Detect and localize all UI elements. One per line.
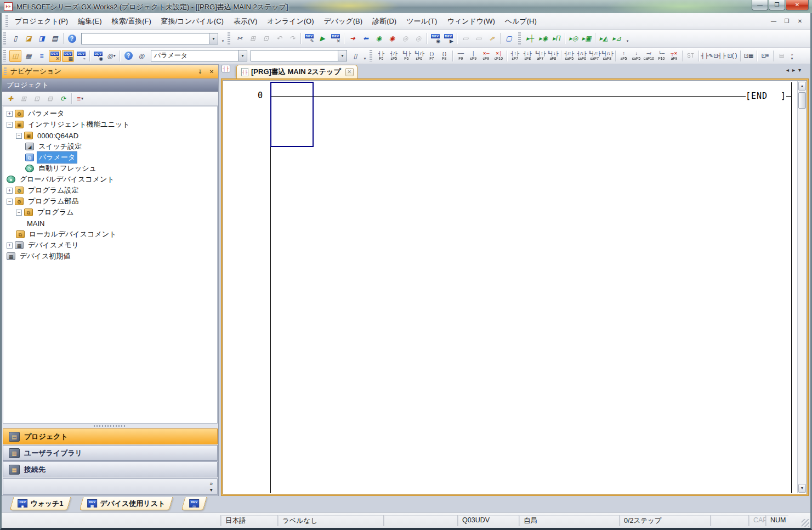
mdi-close-icon[interactable]: ✕ xyxy=(794,16,806,26)
tree-item[interactable]: − ▣ 0000:Q64AD xyxy=(3,130,217,141)
window-tile-button[interactable]: ▭ xyxy=(473,32,485,44)
tree-expander-icon[interactable]: − xyxy=(7,122,13,128)
tree-expander-icon[interactable]: + xyxy=(7,188,13,194)
scrollbar-thumb[interactable] xyxy=(798,92,806,109)
fkey-falling-pulse-branch-button[interactable]: ╙┤↓├ aF8 xyxy=(547,49,559,63)
tree-item[interactable]: − ⧉ プログラム xyxy=(3,207,217,218)
nav-paste-button[interactable]: ⊡ xyxy=(31,93,43,105)
toolbar-overflow-button[interactable]: ▾ xyxy=(362,50,368,62)
menu-item[interactable]: 検索/置換(F) xyxy=(107,14,156,29)
print-button[interactable]: ▤ xyxy=(49,32,61,44)
menu-item[interactable]: 変換/コンパイル(C) xyxy=(156,14,229,29)
statement-list-button[interactable]: ⊡▦ xyxy=(743,49,755,63)
fkey-delete-horizontal-line-button[interactable]: ✕─ cF9 xyxy=(480,49,492,63)
help-circle-button[interactable]: ? xyxy=(122,50,134,62)
help-button[interactable]: ? xyxy=(66,32,78,44)
toolbar-overflow-button[interactable]: ▾ xyxy=(624,32,631,44)
fkey-coil-button[interactable]: ( ) F7 xyxy=(426,49,438,63)
find-button[interactable]: ◎ xyxy=(135,50,147,62)
sampling-trace-button[interactable]: ▸П xyxy=(550,32,563,44)
new-project-button[interactable]: ▯ xyxy=(9,32,21,44)
tree-expander-icon[interactable]: − xyxy=(16,210,22,216)
nav-paste-data-button[interactable]: ⊟ xyxy=(44,93,56,105)
fkey-falling-pulse-close-button[interactable]: ┤/↓├ saF6 xyxy=(576,49,588,63)
toolbar-overflow-button[interactable]: ▾ xyxy=(220,32,226,44)
tree-item[interactable]: ⧉ ローカルデバイスコメント xyxy=(3,229,217,240)
watch-window-button[interactable]: ▸◎ xyxy=(567,32,580,44)
device-comment-edit-button[interactable]: ┤├✎ xyxy=(701,49,713,63)
menu-item[interactable]: デバッグ(B) xyxy=(319,14,368,29)
fkey-horizontal-line-button[interactable]: ── F9 xyxy=(455,49,467,63)
watch-register-button[interactable]: ◉ xyxy=(429,32,441,44)
menu-item[interactable]: 編集(E) xyxy=(73,14,106,29)
fkey-open-contact-button[interactable]: ┤├ F5 xyxy=(376,49,388,63)
paste-button[interactable]: ⊡ xyxy=(260,32,272,44)
menu-item[interactable]: オンライン(O) xyxy=(262,14,319,29)
device-use-list-tab[interactable]: DEV▦デバイス使用リスト xyxy=(80,497,173,510)
panel-close-icon[interactable]: ✕ xyxy=(207,67,217,76)
switcher-overflow-button[interactable]: » ▾ xyxy=(209,481,213,493)
undo-button[interactable]: ↶ xyxy=(273,32,285,44)
menu-item[interactable]: 表示(V) xyxy=(229,14,262,29)
scroll-up-icon[interactable]: ▲ xyxy=(798,82,806,91)
menu-item[interactable]: ツール(T) xyxy=(401,14,442,29)
save-project-button[interactable]: ◨ xyxy=(36,32,48,44)
fkey-rising-pulse-close-button[interactable]: ┤/↑├ saF5 xyxy=(564,49,576,63)
device-find-dropdown-button[interactable]: ◎ xyxy=(105,50,117,62)
combobox-dropdown-icon[interactable]: ▾ xyxy=(209,33,218,44)
document-print-button[interactable]: ▤ xyxy=(776,49,788,63)
entry-monitor-button[interactable]: ▸◉ xyxy=(537,32,549,44)
fkey-close-contact-button[interactable]: ┤/├ sF5 xyxy=(388,49,400,63)
toolbar-overflow-button[interactable]: »▾ xyxy=(789,50,795,62)
monitor-condition-button[interactable]: ▸▣ xyxy=(581,32,593,44)
device-find-tab[interactable]: DEV◎ xyxy=(181,497,207,510)
fkey-delete-vertical-line-button[interactable]: ✕│ cF10 xyxy=(493,49,505,63)
tree-item[interactable]: ┤├ MAIN xyxy=(3,218,217,229)
tree-expander-icon[interactable]: − xyxy=(7,199,13,205)
nav-new-item-button[interactable]: ✚ xyxy=(4,93,16,105)
combobox-dropdown-icon[interactable]: ▾ xyxy=(238,50,247,61)
tree-expander-icon[interactable]: − xyxy=(16,133,22,139)
tree-item[interactable]: + ⚙ プログラム設定 xyxy=(3,185,217,196)
connection-destination-button[interactable]: ▢ xyxy=(503,32,515,44)
device-tree-window-button[interactable]: ⌁ xyxy=(75,50,87,62)
find-instruction-combobox[interactable]: ▾ xyxy=(251,50,347,61)
tab-scroll-left-icon[interactable]: ◂ xyxy=(786,67,789,73)
window-cascade-button[interactable]: ▭ xyxy=(459,32,472,44)
statement-edit-button[interactable]: ⊡┤├ xyxy=(714,49,726,63)
fkey-falling-pulse-close-branch-button[interactable]: ╙┤/↓├ saF8 xyxy=(601,49,614,63)
tree-item[interactable]: − ▣ インテリジェント機能ユニット xyxy=(3,119,217,130)
menu-item[interactable]: ヘルプ(H) xyxy=(500,14,542,29)
watch-window-tab[interactable]: DEV◉ウォッチ1 xyxy=(10,497,71,510)
device-comment-window-button[interactable]: ✕ xyxy=(49,50,61,62)
fkey-close-branch-button[interactable]: ╙┤/├ sF6 xyxy=(413,49,425,63)
fkey-operation-rising-pulse-button[interactable]: ↑ aF5 xyxy=(618,49,630,63)
function-block-selection-button[interactable]: ▦ xyxy=(22,50,35,62)
tree-item[interactable]: ◢ スイッチ設定 xyxy=(3,141,217,152)
fkey-rising-pulse-branch-button[interactable]: ╙┤↑├ aF7 xyxy=(535,49,547,63)
tab-list-dropdown-icon[interactable]: ▾ xyxy=(798,67,801,73)
tree-item[interactable]: ⧉ パラメータ xyxy=(3,152,217,163)
tab-scroll-right-icon[interactable]: ▸ xyxy=(792,67,795,73)
tree-item[interactable]: ⟳ 自動リフレッシュ xyxy=(3,163,217,174)
nav-copy-button[interactable]: ⊞ xyxy=(18,93,30,105)
monitor-stop-button[interactable]: ◉ xyxy=(386,32,398,44)
switcher-connection-destination-button[interactable]: ▦ 接続先 xyxy=(3,461,218,477)
fkey-rising-pulse-button[interactable]: ┤↑├ sF7 xyxy=(509,49,521,63)
panel-grip[interactable] xyxy=(4,67,7,75)
fkey-falling-pulse-button[interactable]: ┤↓├ sF8 xyxy=(522,49,534,63)
toolbar-grip[interactable] xyxy=(3,50,6,61)
window-minimize-button[interactable]: — xyxy=(752,0,768,10)
note-list-button[interactable]: ⊡≡ xyxy=(759,49,771,63)
panel-splitter-handle[interactable] xyxy=(2,424,218,428)
resize-grip[interactable] xyxy=(802,519,809,527)
mdi-restore-icon[interactable]: ❐ xyxy=(781,16,793,26)
tree-item[interactable]: − ⚙ プログラム部品 xyxy=(3,196,217,207)
menu-item[interactable]: ウィンドウ(W) xyxy=(442,14,499,29)
tab-close-icon[interactable]: ✕ xyxy=(345,68,354,76)
inline-st-box-button[interactable]: ST xyxy=(685,49,697,63)
toolbar-grip[interactable] xyxy=(518,32,521,44)
toolbar-grip[interactable] xyxy=(228,32,230,44)
navigation-window-button[interactable]: ◫ xyxy=(9,50,21,62)
fkey-line-draw-button[interactable]: └─ F10 xyxy=(656,49,668,63)
